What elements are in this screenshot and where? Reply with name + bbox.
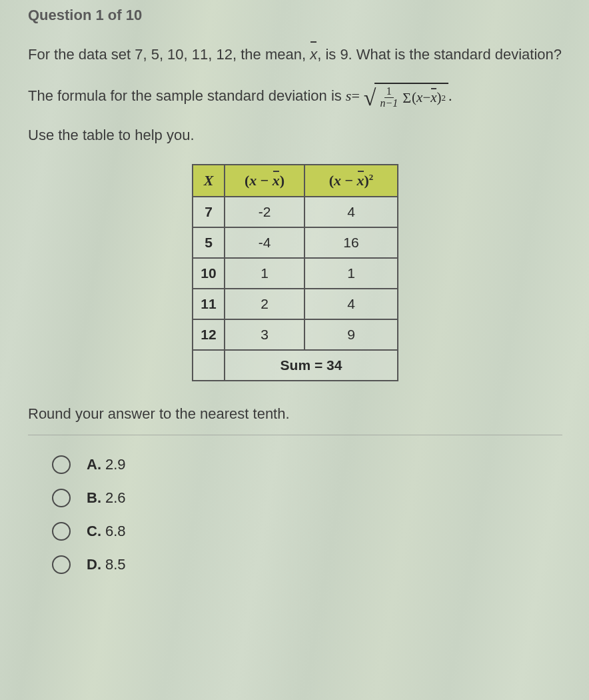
cell-sq: 9 xyxy=(304,319,398,350)
prompt-text-1: For the data set 7, 5, 10, 11, 12, the m… xyxy=(28,46,310,63)
option-label: C.6.8 xyxy=(87,523,126,540)
cell-diff: 2 xyxy=(225,289,304,319)
table-row: 1239 xyxy=(193,319,398,350)
help-line: Use the table to help you. xyxy=(28,127,562,144)
option-label: A.2.9 xyxy=(87,456,126,473)
formula-lhs: s xyxy=(346,87,352,105)
table-row: 1011 xyxy=(193,258,398,289)
th-minus: − xyxy=(257,172,273,189)
radio-icon[interactable] xyxy=(52,555,71,574)
cell-sq: 4 xyxy=(304,289,398,319)
option-letter: C. xyxy=(87,523,101,539)
radio-icon[interactable] xyxy=(52,455,71,474)
option-value: 2.9 xyxy=(105,456,126,473)
option-label: B.2.6 xyxy=(87,489,126,507)
th2-xbar: x xyxy=(357,172,364,189)
answer-option-d[interactable]: D.8.5 xyxy=(52,555,562,574)
frac-num: 1 xyxy=(384,86,394,98)
th2-x-var: x xyxy=(334,172,341,189)
question-prompt: For the data set 7, 5, 10, 11, 12, the m… xyxy=(28,43,562,67)
minus: − xyxy=(422,89,430,106)
cell-diff: 1 xyxy=(225,258,304,289)
formula: s = √ 1 n−1 Σ ( x − x ) 2 . xyxy=(346,83,452,109)
th2-paren-close: ) xyxy=(364,172,369,189)
th-sq: (x − x)2 xyxy=(304,165,398,197)
paren-close: ) xyxy=(437,89,442,106)
sigma-icon: Σ xyxy=(402,89,411,107)
x-bar-symbol: x xyxy=(310,43,317,67)
var-x: x xyxy=(416,89,422,106)
answer-option-a[interactable]: A.2.9 xyxy=(52,455,562,474)
fraction: 1 n−1 xyxy=(378,86,400,109)
sum-cell: Sum = 34 xyxy=(225,350,398,381)
answer-option-c[interactable]: C.6.8 xyxy=(52,522,562,541)
under-root: 1 n−1 Σ ( x − x ) 2 xyxy=(374,83,448,109)
answer-options: A.2.9B.2.6C.6.8D.8.5 xyxy=(28,455,562,574)
option-value: 6.8 xyxy=(105,523,126,539)
round-instruction: Round your answer to the nearest tenth. xyxy=(28,405,562,423)
answer-option-b[interactable]: B.2.6 xyxy=(52,489,562,507)
sum-empty xyxy=(193,350,225,381)
th2-sq: 2 xyxy=(369,172,374,182)
radio-icon[interactable] xyxy=(52,489,71,507)
prompt-text-2: , is 9. What is the standard deviation? xyxy=(317,46,562,63)
cell-x: 11 xyxy=(193,289,225,319)
cell-sq: 1 xyxy=(304,258,398,289)
table-row: 1124 xyxy=(193,289,398,319)
squared: 2 xyxy=(442,93,446,103)
cell-x: 7 xyxy=(193,197,225,227)
cell-diff: 3 xyxy=(225,319,304,350)
formula-intro: The formula for the sample standard devi… xyxy=(28,87,342,105)
th-x-var: x xyxy=(249,172,257,189)
frac-den: n−1 xyxy=(378,98,400,109)
sqrt-wrap: √ 1 n−1 Σ ( x − x ) 2 xyxy=(364,83,448,109)
table-row: 7-24 xyxy=(193,197,398,227)
th-diff: (x − x) xyxy=(225,165,304,197)
option-letter: B. xyxy=(87,489,101,506)
calc-table: X (x − x) (x − x)2 7-245-416101111241239 xyxy=(192,164,398,381)
cell-x: 12 xyxy=(193,319,225,350)
radio-icon[interactable] xyxy=(52,522,71,541)
cell-sq: 4 xyxy=(304,197,398,227)
th-x: X xyxy=(193,165,225,197)
option-label: D.8.5 xyxy=(87,556,126,573)
question-number: Question 1 of 10 xyxy=(28,7,562,24)
cell-x: 5 xyxy=(193,227,225,258)
option-letter: D. xyxy=(87,556,101,573)
th-xbar: x xyxy=(273,172,280,189)
th-paren-close: ) xyxy=(280,172,285,189)
cell-diff: -4 xyxy=(225,227,304,258)
cell-sq: 16 xyxy=(304,227,398,258)
table-row: 5-416 xyxy=(193,227,398,258)
formula-equals: = xyxy=(351,87,359,105)
option-value: 8.5 xyxy=(105,556,126,573)
option-value: 2.6 xyxy=(105,489,126,506)
cell-diff: -2 xyxy=(225,197,304,227)
option-letter: A. xyxy=(87,456,101,473)
th2-minus: − xyxy=(341,172,357,189)
cell-x: 10 xyxy=(193,258,225,289)
period: . xyxy=(448,87,452,105)
divider xyxy=(28,435,562,435)
th2-paren: ( xyxy=(329,172,334,189)
var-xbar: x xyxy=(430,89,436,106)
formula-line: The formula for the sample standard devi… xyxy=(28,83,562,109)
